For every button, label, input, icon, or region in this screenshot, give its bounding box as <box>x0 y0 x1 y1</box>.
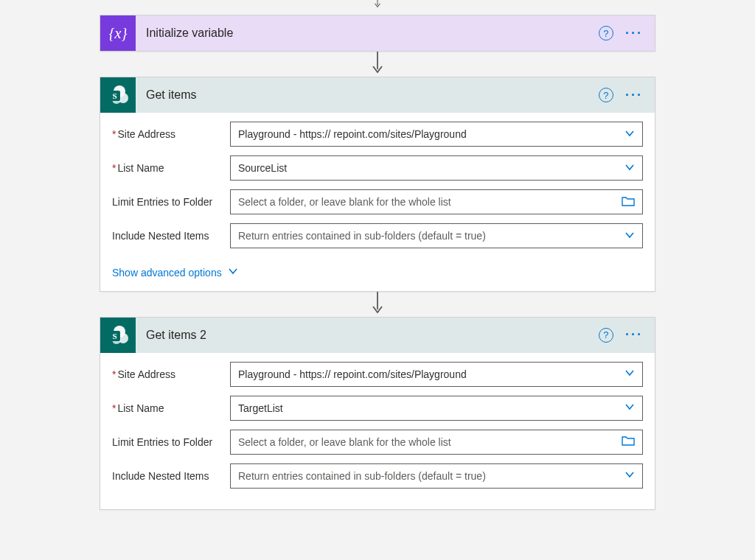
field-value: SourceList <box>238 162 619 174</box>
field-label: Limit Entries to Folder <box>112 196 230 208</box>
field-label: *Site Address <box>112 128 230 140</box>
variable-icon: {x} <box>100 15 136 51</box>
help-icon[interactable]: ? <box>599 88 613 102</box>
more-menu-button[interactable]: ··· <box>621 327 647 343</box>
field-site-address: *Site Address Playground - https:// repo… <box>112 362 643 387</box>
list-name-dropdown[interactable]: TargetList <box>230 396 643 421</box>
card-title: Get items <box>146 88 599 102</box>
chevron-down-icon <box>624 230 635 242</box>
action-card-initialize-variable[interactable]: {x} Initialize variable ? ··· <box>100 15 655 52</box>
action-card-get-items-2[interactable]: S Get items 2 ? ··· *Site Address Playgr… <box>100 317 655 510</box>
field-label: *List Name <box>112 402 230 414</box>
sharepoint-logo-icon: S <box>106 323 130 347</box>
card-title: Initialize variable <box>146 27 599 40</box>
help-icon[interactable]: ? <box>599 26 613 41</box>
folder-picker[interactable]: Select a folder, or leave blank for the … <box>230 189 643 214</box>
field-placeholder: Return entries contained in sub-folders … <box>238 230 619 242</box>
action-card-get-items[interactable]: S Get items ? ··· *Site Address Playgrou… <box>100 77 655 292</box>
chevron-down-icon <box>624 128 635 141</box>
required-indicator: * <box>112 162 116 174</box>
field-value: TargetList <box>238 402 619 414</box>
help-icon[interactable]: ? <box>599 328 613 343</box>
link-label: Show advanced options <box>112 267 222 279</box>
card-title: Get items 2 <box>146 329 599 342</box>
arrow-down-icon <box>370 292 385 317</box>
flow-arrow <box>370 292 385 317</box>
card-header[interactable]: S Get items 2 ? ··· <box>100 318 655 353</box>
site-address-dropdown[interactable]: Playground - https:// repoint.com/sites/… <box>230 362 643 387</box>
field-placeholder: Select a folder, or leave blank for the … <box>238 436 616 448</box>
chevron-down-icon <box>624 402 635 414</box>
field-include-nested: Include Nested Items Return entries cont… <box>112 463 643 489</box>
field-placeholder: Return entries contained in sub-folders … <box>238 470 619 482</box>
sharepoint-icon: S <box>100 318 136 353</box>
field-site-address: *Site Address Playground - https:// repo… <box>112 122 643 147</box>
field-limit-entries: Limit Entries to Folder Select a folder,… <box>112 430 643 455</box>
field-list-name: *List Name SourceList <box>112 155 643 181</box>
sharepoint-logo-icon: S <box>106 83 130 107</box>
folder-picker[interactable]: Select a folder, or leave blank for the … <box>230 430 643 455</box>
chevron-down-icon <box>624 368 635 380</box>
card-body: *Site Address Playground - https:// repo… <box>100 113 655 291</box>
show-advanced-options-button[interactable]: Show advanced options <box>112 266 238 279</box>
required-indicator: * <box>112 128 116 140</box>
field-placeholder: Select a folder, or leave blank for the … <box>238 196 616 208</box>
svg-text:S: S <box>112 332 116 340</box>
field-value: Playground - https:// repoint.com/sites/… <box>238 128 619 140</box>
field-value: Playground - https:// repoint.com/sites/… <box>238 368 619 380</box>
field-list-name: *List Name TargetList <box>112 396 643 421</box>
field-limit-entries: Limit Entries to Folder Select a folder,… <box>112 189 643 214</box>
field-label: Include Nested Items <box>112 230 230 242</box>
nested-items-dropdown[interactable]: Return entries contained in sub-folders … <box>230 463 643 489</box>
nested-items-dropdown[interactable]: Return entries contained in sub-folders … <box>230 223 643 248</box>
field-label: Limit Entries to Folder <box>112 436 230 448</box>
arrow-down-icon <box>370 0 385 15</box>
required-indicator: * <box>112 402 116 414</box>
required-indicator: * <box>112 368 116 380</box>
icon-glyph: {x} <box>109 25 128 42</box>
flow-arrow <box>370 0 385 15</box>
card-header[interactable]: S Get items ? ··· <box>100 77 655 113</box>
more-menu-button[interactable]: ··· <box>621 26 647 41</box>
flow-arrow <box>370 52 385 77</box>
field-label: *List Name <box>112 162 230 174</box>
folder-icon <box>622 435 635 449</box>
chevron-down-icon <box>624 469 635 482</box>
chevron-down-icon <box>228 266 238 279</box>
svg-text:S: S <box>112 91 116 100</box>
field-include-nested: Include Nested Items Return entries cont… <box>112 223 643 248</box>
card-body: *Site Address Playground - https:// repo… <box>100 353 655 509</box>
folder-icon <box>622 195 635 209</box>
site-address-dropdown[interactable]: Playground - https:// repoint.com/sites/… <box>230 122 643 147</box>
arrow-down-icon <box>370 52 385 77</box>
chevron-down-icon <box>624 162 635 175</box>
field-label: *Site Address <box>112 368 230 380</box>
field-label: Include Nested Items <box>112 470 230 482</box>
sharepoint-icon: S <box>100 77 136 113</box>
more-menu-button[interactable]: ··· <box>621 88 647 103</box>
card-header[interactable]: {x} Initialize variable ? ··· <box>100 15 655 51</box>
list-name-dropdown[interactable]: SourceList <box>230 155 643 181</box>
